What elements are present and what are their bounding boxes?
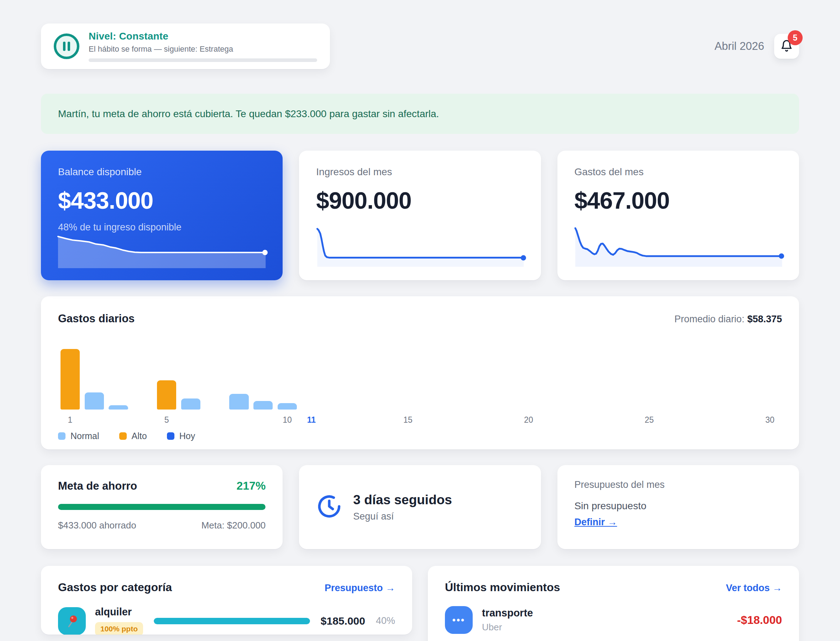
chart-day-slot-18 bbox=[468, 349, 493, 409]
x-tick-20: 20 bbox=[524, 415, 533, 425]
chart-day-slot-4 bbox=[130, 349, 154, 409]
sparkline-endpoint-dot bbox=[779, 254, 784, 259]
chart-day-slot-8 bbox=[227, 349, 251, 409]
sparkline-endpoint-dot bbox=[521, 255, 526, 260]
bottom-row: Gastos por categoría Presupuesto → alqui… bbox=[41, 566, 799, 641]
chart-day-slot-30: 30 bbox=[758, 349, 782, 409]
budget-usage-badge: 100% ppto bbox=[95, 622, 143, 635]
chart-day-slot-5: 5 bbox=[154, 349, 179, 409]
category-bar bbox=[154, 618, 310, 624]
chart-legend: NormalAltoHoy bbox=[58, 431, 782, 441]
chart-day-slot-27 bbox=[686, 349, 710, 409]
savings-progress-fill bbox=[58, 504, 265, 510]
top-right-controls: Abril 2026 5 bbox=[714, 34, 799, 59]
legend-item-hoy: Hoy bbox=[167, 431, 195, 441]
chart-day-slot-19 bbox=[492, 349, 516, 409]
savings-saved-label: $433.000 ahorrado bbox=[58, 520, 137, 531]
dots-icon: ••• bbox=[445, 606, 473, 634]
chart-day-slot-11: 11 bbox=[299, 349, 324, 409]
bar-day-3 bbox=[109, 405, 128, 409]
daily-average-label: Promedio diario: bbox=[675, 314, 745, 324]
balance-card: Balance disponible $433.000 48% de tu in… bbox=[41, 151, 283, 280]
chart-day-slot-9 bbox=[251, 349, 275, 409]
insight-text: Martín, tu meta de ahorro está cubierta.… bbox=[58, 108, 439, 120]
x-tick-5: 5 bbox=[164, 415, 169, 425]
chart-day-slot-23 bbox=[589, 349, 613, 409]
category-row[interactable]: alquiler 100% ppto $185.000 40% bbox=[58, 606, 395, 635]
chart-day-slot-25: 25 bbox=[637, 349, 661, 409]
bar-day-5 bbox=[157, 380, 176, 409]
legend-item-normal: Normal bbox=[58, 431, 99, 441]
mid-row: Meta de ahorro 217% $433.000 ahorrado Me… bbox=[41, 465, 799, 549]
notifications-button[interactable]: 5 bbox=[774, 34, 799, 59]
streak-title: 3 días seguidos bbox=[353, 493, 452, 507]
month-label: Abril 2026 bbox=[714, 40, 764, 53]
chart-day-slot-24 bbox=[613, 349, 637, 409]
daily-average-value: $58.375 bbox=[747, 314, 782, 324]
define-budget-link[interactable]: Definir → bbox=[575, 517, 617, 528]
chart-title: Gastos diarios bbox=[58, 312, 135, 325]
x-tick-11: 11 bbox=[307, 415, 316, 425]
category-percent: 40% bbox=[376, 615, 395, 627]
insight-banner: Martín, tu meta de ahorro está cubierta.… bbox=[41, 93, 799, 134]
chart-day-slot-2 bbox=[82, 349, 106, 409]
expenses-value: $467.000 bbox=[575, 187, 782, 214]
legend-label: Alto bbox=[132, 431, 147, 441]
chart-day-slot-26 bbox=[661, 349, 686, 409]
legend-item-alto: Alto bbox=[119, 431, 147, 441]
chart-day-slot-1: 1 bbox=[58, 349, 82, 409]
x-tick-30: 30 bbox=[765, 415, 774, 425]
savings-goal-percent: 217% bbox=[236, 479, 265, 493]
budget-link[interactable]: Presupuesto → bbox=[324, 583, 395, 594]
category-bar-fill bbox=[154, 618, 310, 624]
chart-day-slot-29 bbox=[734, 349, 758, 409]
chart-day-slot-28 bbox=[710, 349, 734, 409]
x-tick-10: 10 bbox=[283, 415, 292, 425]
see-all-link[interactable]: Ver todos → bbox=[726, 583, 782, 594]
chart-day-slot-15: 15 bbox=[396, 349, 420, 409]
categories-title: Gastos por categoría bbox=[58, 581, 172, 594]
level-subtitle: El hábito se forma — siguiente: Estrateg… bbox=[88, 45, 317, 54]
movements-card: Últimos movimientos Ver todos → ••• tran… bbox=[428, 566, 799, 641]
x-tick-25: 25 bbox=[645, 415, 654, 425]
chart-header: Gastos diarios Promedio diario:$58.375 bbox=[58, 312, 782, 325]
movement-amount: -$18.000 bbox=[737, 614, 782, 627]
savings-progress-bar bbox=[58, 504, 265, 510]
expenses-label: Gastos del mes bbox=[575, 166, 782, 178]
monthly-budget-card: Presupuesto del mes Sin presupuesto Defi… bbox=[557, 465, 799, 549]
legend-swatch bbox=[58, 432, 66, 440]
balance-value: $433.000 bbox=[58, 187, 265, 214]
top-bar: Nivel: Constante El hábito se forma — si… bbox=[41, 24, 799, 69]
bar-day-8 bbox=[229, 394, 249, 409]
daily-average: Promedio diario:$58.375 bbox=[675, 314, 782, 325]
category-amount: $185.000 bbox=[321, 615, 365, 627]
level-info: Nivel: Constante El hábito se forma — si… bbox=[88, 31, 317, 62]
legend-label: Hoy bbox=[179, 431, 195, 441]
category-name: alquiler bbox=[95, 606, 143, 618]
daily-bars-chart: 15101115202530 bbox=[58, 349, 782, 409]
chart-day-slot-12 bbox=[324, 349, 348, 409]
clock-icon bbox=[316, 493, 342, 521]
stats-row: Balance disponible $433.000 48% de tu in… bbox=[41, 151, 799, 280]
x-tick-15: 15 bbox=[403, 415, 413, 425]
x-tick-1: 1 bbox=[67, 415, 72, 425]
legend-swatch bbox=[167, 432, 174, 440]
movement-name: transporte bbox=[482, 607, 533, 619]
budget-status: Sin presupuesto bbox=[575, 500, 782, 512]
budget-title: Presupuesto del mes bbox=[575, 479, 782, 490]
balance-label: Balance disponible bbox=[58, 166, 265, 178]
savings-goal-card: Meta de ahorro 217% $433.000 ahorrado Me… bbox=[41, 465, 283, 549]
movement-row[interactable]: ••• transporte Uber -$18.000 bbox=[445, 606, 782, 634]
chart-day-slot-3 bbox=[106, 349, 131, 409]
pushpin-icon bbox=[58, 607, 86, 635]
chart-day-slot-10: 10 bbox=[275, 349, 299, 409]
expenses-card: Gastos del mes $467.000 bbox=[557, 151, 799, 280]
level-card: Nivel: Constante El hábito se forma — si… bbox=[41, 24, 330, 69]
sparkline-endpoint-dot bbox=[262, 250, 268, 255]
chart-day-slot-13 bbox=[348, 349, 372, 409]
streak-card: 3 días seguidos Seguí así bbox=[299, 465, 541, 549]
chart-day-slot-16 bbox=[420, 349, 444, 409]
pause-icon bbox=[54, 34, 79, 59]
chart-day-slot-17 bbox=[444, 349, 468, 409]
movements-title: Últimos movimientos bbox=[445, 581, 560, 594]
